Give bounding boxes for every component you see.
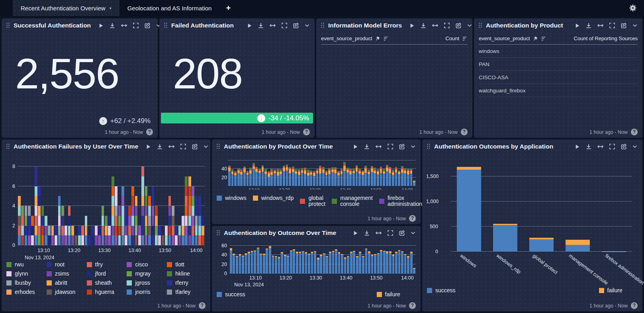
help-icon[interactable]: ? <box>303 129 310 135</box>
legend-item[interactable]: management console <box>332 195 373 207</box>
play-icon[interactable] <box>574 23 580 29</box>
legend-item[interactable]: root <box>47 261 87 268</box>
column-header[interactable]: Count <box>445 35 459 41</box>
help-icon[interactable]: ? <box>631 129 638 135</box>
fullscreen-icon[interactable] <box>609 22 615 29</box>
add-tab-button[interactable]: + <box>219 0 237 16</box>
help-icon[interactable]: ? <box>409 215 416 222</box>
help-icon[interactable]: ? <box>631 302 638 309</box>
legend-item[interactable]: zsims <box>47 270 87 277</box>
swap-horizontal-icon[interactable] <box>269 22 276 29</box>
swap-horizontal-icon[interactable] <box>121 22 127 29</box>
download-icon[interactable] <box>420 22 427 29</box>
chart-outcome-over-time[interactable]: 0204060 <box>229 246 416 274</box>
download-icon[interactable] <box>585 22 592 29</box>
play-icon[interactable] <box>247 23 253 29</box>
edit-icon[interactable] <box>192 143 198 150</box>
play-icon[interactable] <box>574 144 580 150</box>
fullscreen-icon[interactable] <box>387 143 393 150</box>
table-row[interactable]: PAN <box>479 58 638 71</box>
legend-item[interactable]: mgray <box>127 270 167 277</box>
chevron-down-icon[interactable] <box>632 23 638 28</box>
drag-handle-icon[interactable] <box>164 23 168 28</box>
edit-icon[interactable] <box>144 22 151 29</box>
drag-handle-icon[interactable] <box>479 23 482 28</box>
fullscreen-icon[interactable] <box>133 22 139 29</box>
legend-item[interactable]: hkline <box>167 270 207 277</box>
fullscreen-icon[interactable] <box>387 230 393 236</box>
play-icon[interactable] <box>352 144 358 150</box>
play-icon[interactable] <box>145 144 151 150</box>
swap-horizontal-icon[interactable] <box>168 143 175 150</box>
drag-handle-icon[interactable] <box>217 230 220 236</box>
fullscreen-icon[interactable] <box>281 22 288 29</box>
legend-item[interactable]: sheath <box>87 280 127 286</box>
legend-item[interactable]: erhodes <box>6 289 47 295</box>
drag-handle-icon[interactable] <box>321 23 325 28</box>
column-header[interactable]: event_source_product <box>479 35 530 41</box>
column-header[interactable]: Count of Reporting Sources <box>574 35 638 41</box>
drag-handle-icon[interactable] <box>6 23 10 28</box>
download-icon[interactable] <box>258 22 264 29</box>
legend-item[interactable]: firebox administration <box>379 195 422 207</box>
download-icon[interactable] <box>585 143 592 150</box>
pin-icon[interactable] <box>375 36 380 41</box>
legend-item[interactable]: failure <box>599 288 622 293</box>
legend-item[interactable]: rferry <box>167 280 207 286</box>
chart-product-over-time[interactable]: 2040 <box>228 160 416 186</box>
drag-handle-icon[interactable] <box>6 144 10 149</box>
legend-item[interactable]: hguerra <box>87 289 127 295</box>
chevron-down-icon[interactable] <box>304 23 310 28</box>
drag-handle-icon[interactable] <box>217 144 220 149</box>
legend-item[interactable]: windows <box>217 195 247 201</box>
table-row[interactable]: watchguard_firebox <box>479 84 638 97</box>
sort-icon[interactable] <box>383 36 389 41</box>
legend-item[interactable]: windows_rdp <box>253 195 294 201</box>
legend-item[interactable]: abritt <box>47 280 87 286</box>
chevron-down-icon[interactable] <box>203 144 209 149</box>
swap-horizontal-icon[interactable] <box>432 22 438 29</box>
edit-icon[interactable] <box>293 22 299 29</box>
help-icon[interactable]: ? <box>146 129 153 135</box>
legend-item[interactable]: tfry <box>87 261 127 268</box>
table-row[interactable]: windows <box>479 45 638 58</box>
fullscreen-icon[interactable] <box>609 143 615 150</box>
swap-horizontal-icon[interactable] <box>375 143 382 150</box>
column-header[interactable]: event_source_product <box>321 35 372 41</box>
help-icon[interactable]: ? <box>199 302 206 309</box>
chevron-down-icon[interactable] <box>410 230 416 236</box>
settings-button[interactable] <box>622 0 644 16</box>
play-icon[interactable] <box>98 23 104 29</box>
legend-item[interactable]: global protect <box>300 195 325 207</box>
edit-icon[interactable] <box>399 230 405 236</box>
edit-icon[interactable] <box>455 22 462 29</box>
edit-icon[interactable] <box>621 22 627 29</box>
legend-item[interactable]: jford <box>87 270 127 277</box>
download-icon[interactable] <box>364 143 370 150</box>
swap-horizontal-icon[interactable] <box>375 230 382 236</box>
chart-failures-by-user[interactable]: 02468 <box>18 166 205 245</box>
download-icon[interactable] <box>364 230 370 236</box>
help-icon[interactable]: ? <box>409 302 416 309</box>
legend-item[interactable]: failure <box>377 291 400 297</box>
chevron-down-icon[interactable] <box>410 144 416 149</box>
legend-item[interactable]: lbusby <box>6 280 47 286</box>
edit-icon[interactable] <box>399 143 405 150</box>
play-icon[interactable] <box>409 23 415 29</box>
sort-icon[interactable] <box>462 36 468 41</box>
legend-item[interactable]: tlott <box>167 261 207 268</box>
legend-item[interactable]: tfarley <box>167 289 207 295</box>
chevron-down-icon[interactable] <box>467 23 472 28</box>
edit-icon[interactable] <box>621 143 627 150</box>
sort-icon[interactable] <box>541 36 546 41</box>
chevron-down-icon[interactable] <box>632 144 638 149</box>
swap-horizontal-icon[interactable] <box>597 143 604 150</box>
swap-horizontal-icon[interactable] <box>597 22 604 29</box>
drag-handle-icon[interactable] <box>427 144 431 149</box>
legend-item[interactable]: cisco <box>127 261 167 268</box>
legend-item[interactable]: rwu <box>6 261 47 268</box>
legend-item[interactable]: success <box>427 288 456 293</box>
pin-icon[interactable] <box>533 36 538 41</box>
download-icon[interactable] <box>109 22 115 29</box>
fullscreen-icon[interactable] <box>180 143 186 150</box>
